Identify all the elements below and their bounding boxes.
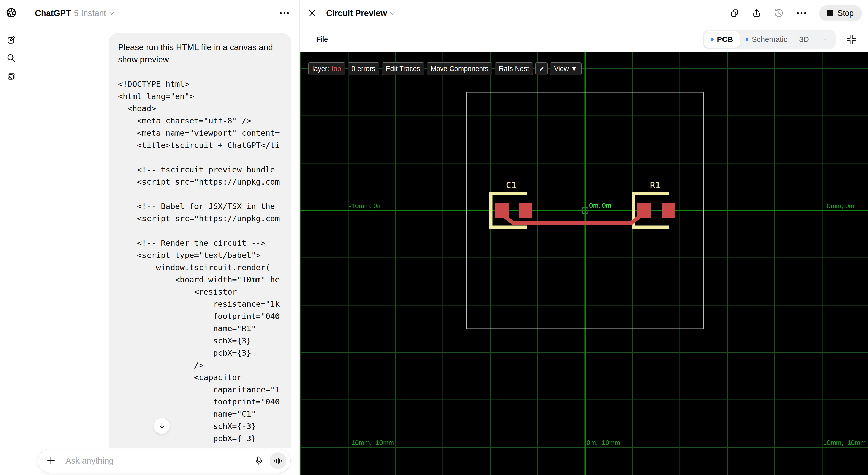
layer-button[interactable]: layer: top: [308, 62, 345, 75]
tab-schematic[interactable]: Schematic: [740, 31, 793, 47]
coordinate-labels: -10mm, 0m 0m, 0m 10mm, 0m -10mm, -10mm 0…: [349, 202, 866, 446]
file-menu[interactable]: File: [316, 35, 328, 44]
r1-pad-2[interactable]: [662, 203, 675, 218]
chevron-down-icon[interactable]: [390, 10, 396, 16]
r1-ref-label: R1: [650, 180, 660, 190]
tab-more-label: ···: [820, 35, 828, 44]
r1-pad-1[interactable]: [638, 203, 651, 218]
user-message-text: Please run this HTML file in a canvas an…: [118, 41, 282, 66]
schematic-dot-icon: [746, 38, 748, 41]
chat-header: ChatGPT 5 Instant: [22, 0, 300, 27]
attach-plus-icon[interactable]: [45, 455, 56, 466]
tab-3d[interactable]: 3D: [793, 31, 815, 47]
tab-more[interactable]: ···: [815, 31, 834, 47]
chevron-down-icon[interactable]: [109, 10, 115, 16]
close-icon[interactable]: [308, 9, 316, 18]
canvas-panel: Circuit Preview: [300, 0, 868, 475]
copy-icon[interactable]: [730, 8, 740, 18]
view-dropdown-button[interactable]: View ▼: [550, 62, 582, 75]
canvas-menubar: File PCB Schematic 3D ···: [300, 27, 868, 53]
pcb-dot-icon: [711, 38, 714, 41]
pencil-tool-button[interactable]: [535, 62, 548, 75]
canvas-menu-icon[interactable]: [796, 8, 807, 18]
c1-pad-1[interactable]: [495, 203, 509, 218]
coord-label: -10mm, -10mm: [349, 439, 394, 446]
move-components-button[interactable]: Move Components: [427, 62, 493, 75]
composer-input[interactable]: Ask anything: [38, 449, 290, 473]
coord-label: 10mm, 0m: [823, 202, 855, 210]
errors-button[interactable]: 0 errors: [348, 62, 379, 75]
new-chat-icon[interactable]: [6, 35, 16, 45]
origin-label: 0m, 0m: [589, 202, 611, 209]
stop-label: Stop: [837, 9, 854, 18]
scroll-to-bottom-button[interactable]: [154, 418, 170, 434]
stop-button[interactable]: Stop: [819, 5, 862, 22]
layer-label: layer:: [312, 65, 329, 73]
tab-3d-label: 3D: [799, 35, 809, 44]
history-icon[interactable]: [774, 8, 784, 18]
sidebar-rail: [0, 0, 22, 475]
search-icon[interactable]: [6, 53, 16, 63]
model-name[interactable]: 5 Instant: [74, 8, 106, 18]
share-icon[interactable]: [752, 8, 762, 18]
collapse-icon[interactable]: [846, 34, 857, 45]
view-tabs: PCB Schematic 3D ···: [703, 30, 836, 49]
arrow-down-icon: [158, 422, 166, 430]
mic-icon[interactable]: [254, 456, 264, 466]
canvas-title[interactable]: Circuit Preview: [326, 8, 387, 18]
composer-bar: Ask anything: [22, 448, 300, 475]
library-icon[interactable]: [6, 71, 16, 81]
pencil-icon: [538, 65, 545, 72]
voice-mode-button[interactable]: [270, 452, 286, 469]
c1-ref-label: C1: [506, 180, 517, 190]
chat-menu-icon[interactable]: [279, 8, 290, 18]
chatgpt-logo-icon[interactable]: [6, 8, 16, 18]
pcb-drawing[interactable]: C1 R1 -10mm, 0m 0m, 0m 10mm, 0m -10mm, -…: [300, 53, 868, 475]
composer-placeholder: Ask anything: [65, 456, 114, 466]
app-title: ChatGPT: [35, 8, 71, 18]
chat-panel: ChatGPT 5 Instant Please run this HTML f…: [22, 0, 300, 475]
c1-pad-2[interactable]: [519, 203, 532, 218]
tab-pcb[interactable]: PCB: [704, 31, 740, 47]
grid-lines: [300, 53, 868, 475]
rats-nest-button[interactable]: Rats Nest: [495, 62, 533, 75]
waveform-icon: [274, 457, 282, 465]
message-list: Please run this HTML file in a canvas an…: [22, 27, 300, 448]
pcb-canvas[interactable]: layer: top 0 errors Edit Traces Move Com…: [300, 53, 868, 475]
layer-value: top: [332, 65, 341, 73]
edit-traces-button[interactable]: Edit Traces: [382, 62, 424, 75]
coord-label: -10mm, 0m: [349, 202, 382, 210]
stop-square-icon: [827, 10, 833, 16]
tab-schematic-label: Schematic: [752, 35, 787, 44]
coord-label: 10mm, -10mm: [823, 439, 866, 446]
canvas-header: Circuit Preview: [300, 0, 868, 27]
pcb-toolbar: layer: top 0 errors Edit Traces Move Com…: [308, 62, 582, 75]
tab-pcb-label: PCB: [717, 35, 733, 44]
user-message-bubble: Please run this HTML file in a canvas an…: [108, 33, 291, 448]
user-message-code: <!DOCTYPE html> <html lang="en"> <head> …: [118, 78, 282, 448]
coord-label: 0m, -10mm: [587, 439, 620, 446]
